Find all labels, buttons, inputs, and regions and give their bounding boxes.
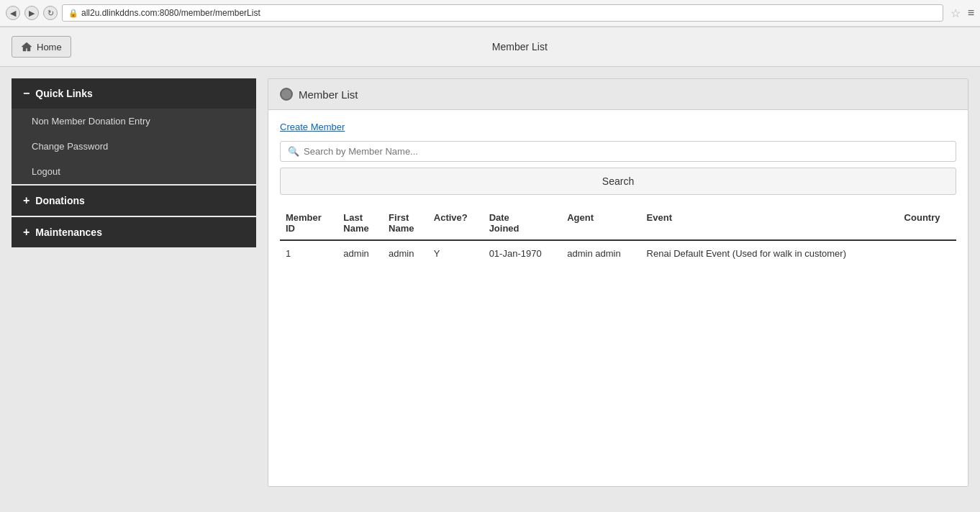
main-layout: − Quick Links Non Member Donation Entry …	[0, 67, 980, 498]
app-title: Member List	[71, 41, 968, 52]
search-icon: 🔍	[288, 146, 299, 157]
col-member-id: MemberID	[280, 206, 337, 240]
table-cell: admin	[337, 240, 383, 266]
home-label: Home	[37, 42, 62, 52]
search-input[interactable]	[304, 146, 948, 157]
browser-toolbar: ◀ ▶ ↻ 🔒 all2u.dlinkddns.com:8080/member/…	[0, 0, 980, 27]
create-member-link[interactable]: Create Member	[280, 122, 956, 132]
refresh-button[interactable]: ↻	[43, 6, 58, 20]
quick-links-icon: −	[23, 87, 30, 100]
bookmark-icon[interactable]: ☆	[950, 6, 961, 20]
col-country: Country	[899, 206, 956, 240]
donations-section: + Donations	[12, 186, 256, 216]
sidebar-item-non-member-donation[interactable]: Non Member Donation Entry	[12, 109, 256, 134]
maintenances-section: + Maintenances	[12, 217, 256, 247]
quick-links-label: Quick Links	[35, 88, 92, 99]
back-button[interactable]: ◀	[6, 6, 20, 20]
table-cell	[899, 240, 956, 266]
table-header-row: MemberID LastName FirstName Active? Date…	[280, 206, 956, 240]
maintenances-header[interactable]: + Maintenances	[12, 217, 256, 247]
quick-links-section: − Quick Links Non Member Donation Entry …	[12, 78, 256, 184]
menu-icon[interactable]: ≡	[968, 6, 974, 19]
home-button[interactable]: Home	[12, 36, 71, 58]
address-icon: 🔒	[68, 9, 78, 18]
table-cell: Y	[428, 240, 484, 266]
sidebar: − Quick Links Non Member Donation Entry …	[12, 78, 256, 487]
col-event: Event	[641, 206, 899, 240]
search-button[interactable]: Search	[280, 168, 956, 195]
address-bar[interactable]: 🔒 all2u.dlinkddns.com:8080/member/member…	[62, 4, 943, 22]
home-icon	[21, 41, 32, 52]
content-header-title: Member List	[299, 88, 358, 101]
col-active: Active?	[428, 206, 484, 240]
maintenances-icon: +	[23, 226, 30, 239]
col-agent: Agent	[561, 206, 640, 240]
col-first-name: FirstName	[383, 206, 428, 240]
table-cell: admin	[383, 240, 428, 266]
content-header: Member List	[268, 79, 968, 110]
content-header-icon	[280, 88, 293, 101]
search-bar: 🔍	[280, 141, 956, 162]
donations-label: Donations	[35, 195, 84, 206]
maintenances-label: Maintenances	[35, 227, 102, 238]
browser-chrome: ◀ ▶ ↻ 🔒 all2u.dlinkddns.com:8080/member/…	[0, 0, 980, 27]
quick-links-header[interactable]: − Quick Links	[12, 78, 256, 109]
col-last-name: LastName	[337, 206, 383, 240]
col-date-joined: DateJoined	[484, 206, 562, 240]
member-table: MemberID LastName FirstName Active? Date…	[280, 206, 956, 266]
forward-button[interactable]: ▶	[24, 6, 39, 20]
table-row: 1adminadminY01-Jan-1970admin adminRenai …	[280, 240, 956, 266]
table-cell: Renai Default Event (Used for walk in cu…	[641, 240, 899, 266]
table-cell: 01-Jan-1970	[484, 240, 562, 266]
sidebar-item-change-password[interactable]: Change Password	[12, 134, 256, 159]
content-area: Member List Create Member 🔍 Search Membe…	[268, 78, 968, 487]
donations-header[interactable]: + Donations	[12, 186, 256, 216]
app-header: Home Member List	[0, 27, 980, 67]
donations-icon: +	[23, 194, 30, 207]
address-text: all2u.dlinkddns.com:8080/member/memberLi…	[81, 8, 260, 18]
sidebar-item-logout[interactable]: Logout	[12, 159, 256, 184]
quick-links-sub-items: Non Member Donation Entry Change Passwor…	[12, 109, 256, 184]
table-cell: 1	[280, 240, 337, 266]
table-cell: admin admin	[561, 240, 640, 266]
content-body: Create Member 🔍 Search MemberID LastName…	[268, 110, 968, 278]
